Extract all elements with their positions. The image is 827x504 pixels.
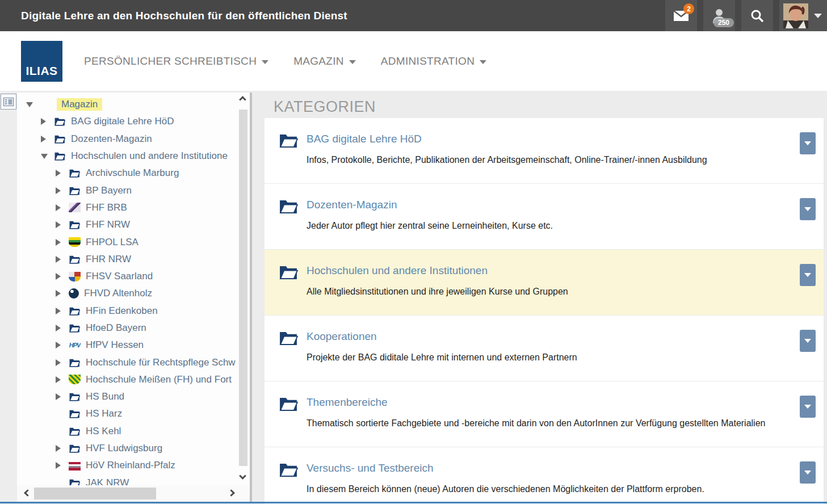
expander-icon[interactable] bbox=[56, 462, 63, 469]
tree-item-label[interactable]: HfPV Hessen bbox=[86, 339, 144, 351]
expander-icon[interactable] bbox=[41, 118, 48, 125]
tree-item[interactable]: BAG digitale Lehre HöD bbox=[17, 113, 250, 130]
tree-item-label[interactable]: FHPOL LSA bbox=[86, 237, 138, 248]
expander-icon[interactable] bbox=[41, 136, 48, 142]
tree-item[interactable]: HöV Rheinland-Pfalz bbox=[17, 457, 250, 474]
mail-button[interactable]: 2 bbox=[665, 0, 697, 31]
expander-icon[interactable] bbox=[56, 445, 63, 452]
tree-item[interactable]: HFin Edenkoben bbox=[17, 303, 250, 320]
tree-item[interactable]: FHSV Saarland bbox=[17, 268, 250, 285]
scroll-up-icon[interactable] bbox=[239, 96, 246, 103]
tree-item-icon bbox=[69, 375, 81, 384]
tree-item[interactable]: Hochschule Meißen (FH) und Fort bbox=[17, 371, 250, 388]
tree-item[interactable]: FHVD Altenholz bbox=[17, 285, 250, 302]
tree-item[interactable]: HPV HfPV Hessen bbox=[17, 337, 250, 354]
expander-icon[interactable] bbox=[56, 325, 63, 331]
horizontal-scroll-thumb[interactable] bbox=[34, 488, 156, 499]
expander-icon[interactable] bbox=[56, 376, 63, 383]
tree-item-label[interactable]: Magazin bbox=[57, 98, 102, 111]
scroll-down-icon[interactable] bbox=[239, 472, 246, 480]
tree-horizontal-scrollbar[interactable] bbox=[17, 485, 250, 502]
tree-item[interactable]: HS Bund bbox=[17, 388, 250, 405]
menu-item[interactable]: MAGAZIN bbox=[293, 55, 356, 68]
tree-item[interactable]: HVF Ludwigsburg bbox=[17, 440, 250, 457]
tree-item-label[interactable]: BAG digitale Lehre HöD bbox=[71, 116, 174, 127]
expander-icon[interactable] bbox=[56, 273, 63, 280]
tree-items: BAG digitale Lehre HöD Dozenten-Magazin bbox=[17, 113, 250, 492]
online-users-button[interactable]: 250 bbox=[703, 0, 735, 31]
expander-icon[interactable] bbox=[26, 102, 33, 107]
actions-dropdown-button[interactable] bbox=[800, 264, 816, 286]
scroll-left-icon[interactable] bbox=[24, 489, 31, 497]
expander-icon[interactable] bbox=[56, 393, 63, 400]
tree-item[interactable]: FHF BRB bbox=[17, 199, 250, 216]
tree-item[interactable]: Hochschule für Rechtspflege Schw bbox=[17, 354, 250, 371]
tree-item[interactable]: Archivschule Marburg bbox=[17, 165, 250, 182]
expander-icon[interactable] bbox=[56, 342, 63, 348]
tree-item-label[interactable]: FHSV Saarland bbox=[86, 271, 153, 282]
expander-icon[interactable] bbox=[56, 290, 63, 297]
tree-item-icon: HPV bbox=[69, 341, 81, 350]
tree-item-label[interactable]: FHR NRW bbox=[86, 254, 131, 265]
menu-item[interactable]: ADMINISTRATION bbox=[381, 55, 486, 68]
tree-item-label[interactable]: FHF NRW bbox=[86, 219, 130, 230]
tree-item-label[interactable]: Hochschule Meißen (FH) und Fort bbox=[86, 374, 232, 385]
search-button[interactable] bbox=[741, 0, 773, 31]
expander-icon[interactable] bbox=[56, 170, 63, 177]
expander-icon[interactable] bbox=[56, 359, 63, 366]
category-title-link[interactable]: Dozenten-Magazin bbox=[307, 199, 397, 211]
tree-item[interactable]: Dozenten-Magazin bbox=[17, 131, 250, 148]
category-title-link[interactable]: Hochschulen und andere Institutionen bbox=[307, 264, 488, 277]
category-title-link[interactable]: Versuchs- und Testbereich bbox=[307, 462, 434, 474]
left-strip bbox=[0, 91, 17, 504]
caret-down-icon bbox=[804, 405, 811, 409]
tree-vertical-scrollbar[interactable] bbox=[237, 93, 250, 485]
tree-item[interactable]: BP Bayern bbox=[17, 182, 250, 199]
tree-item-label[interactable]: HS Kehl bbox=[86, 426, 121, 437]
tree-item-label[interactable]: FHVD Altenholz bbox=[84, 288, 152, 299]
tree-item-label[interactable]: HöV Rheinland-Pfalz bbox=[86, 460, 175, 471]
tree-item[interactable]: FHF NRW bbox=[17, 216, 250, 233]
expander-icon[interactable] bbox=[56, 239, 63, 246]
actions-dropdown-button[interactable] bbox=[800, 396, 816, 418]
tree-item-label[interactable]: HfoeD Bayern bbox=[86, 322, 146, 334]
tree-item-label[interactable]: HS Bund bbox=[86, 391, 124, 402]
actions-dropdown-button[interactable] bbox=[800, 198, 816, 220]
tree-item-label[interactable]: HFin Edenkoben bbox=[86, 305, 158, 317]
category-title-link[interactable]: BAG digitale Lehre HöD bbox=[307, 133, 422, 145]
expander-icon[interactable] bbox=[56, 221, 63, 228]
tree-item-label[interactable]: BP Bayern bbox=[86, 185, 132, 196]
tree-item[interactable]: HS Kehl bbox=[17, 423, 250, 440]
folder-icon bbox=[279, 133, 298, 150]
tree-item-label[interactable]: FHF BRB bbox=[86, 202, 127, 213]
tree-item-label[interactable]: Hochschulen und andere Institutione bbox=[71, 150, 228, 162]
actions-dropdown-button[interactable] bbox=[800, 330, 816, 352]
scroll-right-icon[interactable] bbox=[228, 489, 235, 497]
actions-dropdown-button[interactable] bbox=[800, 132, 816, 154]
menu-item[interactable]: PERSÖNLICHER SCHREIBTISCH bbox=[84, 55, 268, 68]
tree-item-label[interactable]: HS Harz bbox=[86, 408, 122, 419]
category-title-link[interactable]: Kooperationen bbox=[307, 330, 377, 343]
expander-icon[interactable] bbox=[56, 308, 63, 314]
expander-icon[interactable] bbox=[41, 154, 48, 159]
category-description: In diesem Bereich können (neue) Autoren … bbox=[307, 482, 783, 496]
tree-item[interactable]: HfoeD Bayern bbox=[17, 320, 250, 337]
tree-item-label[interactable]: HVF Ludwigsburg bbox=[86, 443, 162, 454]
tree-item[interactable]: FHR NRW bbox=[17, 251, 250, 268]
tree-item-root[interactable]: Magazin bbox=[17, 96, 250, 113]
vertical-scroll-thumb[interactable] bbox=[239, 110, 247, 466]
tree-item[interactable]: Hochschulen und andere Institutione bbox=[17, 148, 250, 165]
expander-icon[interactable] bbox=[56, 187, 63, 194]
category-title-link[interactable]: Themenbereiche bbox=[307, 396, 388, 409]
tree-item[interactable]: FHPOL LSA bbox=[17, 233, 250, 250]
ilias-logo[interactable]: ILIAS bbox=[21, 41, 62, 82]
actions-dropdown-button[interactable] bbox=[800, 461, 816, 484]
expander-icon[interactable] bbox=[56, 204, 63, 211]
expander-icon[interactable] bbox=[56, 256, 63, 263]
tree-toggle-button[interactable] bbox=[1, 94, 16, 110]
tree-item-label[interactable]: Archivschule Marburg bbox=[86, 167, 179, 179]
tree-item[interactable]: HS Harz bbox=[17, 405, 250, 422]
user-menu-button[interactable] bbox=[779, 0, 827, 31]
tree-item-label[interactable]: Hochschule für Rechtspflege Schw bbox=[86, 357, 236, 368]
tree-item-label[interactable]: Dozenten-Magazin bbox=[71, 133, 152, 145]
